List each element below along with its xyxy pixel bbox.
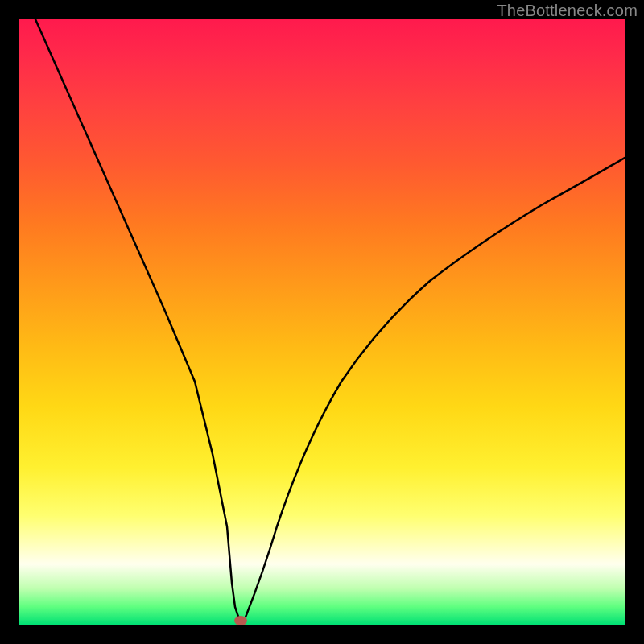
- curve-plot: [19, 19, 625, 625]
- bottleneck-curve: [35, 19, 625, 621]
- watermark-text: TheBottleneck.com: [497, 2, 638, 20]
- chart-frame: TheBottleneck.com: [0, 0, 644, 644]
